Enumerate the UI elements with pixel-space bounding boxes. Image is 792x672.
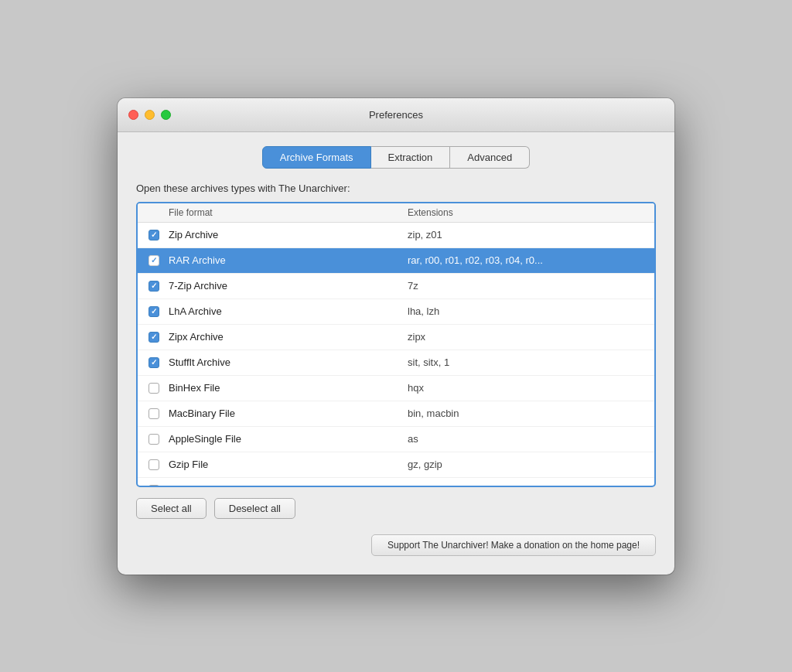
list-row[interactable]: AppleSingle Fileas	[138, 427, 654, 452]
extension-value: lha, lzh	[408, 305, 647, 317]
close-button[interactable]	[128, 110, 138, 120]
checkbox-area: ✓	[145, 227, 162, 244]
list-row[interactable]: ✓7-Zip Archive7z	[138, 274, 654, 299]
preferences-window: Preferences Archive Formats Extraction A…	[118, 98, 674, 575]
bottom-buttons: Select all Deselect all	[136, 498, 656, 519]
list-body: ✓Zip Archivezip, z01✓RAR Archiverar, r00…	[138, 223, 654, 486]
format-name: Zip Archive	[169, 229, 408, 240]
checkbox[interactable]: ✓	[148, 357, 159, 368]
list-row[interactable]: Gzip Filegz, gzip	[138, 452, 654, 478]
column-header-extensions: Extensions	[408, 207, 647, 218]
checkbox-area	[145, 380, 162, 397]
extension-value: 7z	[408, 280, 647, 292]
checkbox[interactable]: ✓	[148, 230, 159, 240]
list-row[interactable]: ✓Zip Archivezip, z01	[138, 223, 654, 248]
format-name: Gzip File	[169, 459, 408, 470]
extension-value: as	[408, 433, 647, 445]
maximize-button[interactable]	[161, 110, 171, 120]
format-name: RAR Archive	[169, 254, 408, 266]
format-name: BinHex File	[169, 382, 408, 394]
checkbox[interactable]: ✓	[148, 281, 159, 292]
checkbox-area: ✓	[145, 303, 162, 320]
extension-value: zip, z01	[408, 229, 647, 240]
format-name: LhA Archive	[169, 305, 408, 317]
tab-archive-formats[interactable]: Archive Formats	[262, 146, 371, 169]
deselect-all-button[interactable]: Deselect all	[214, 498, 295, 519]
tab-extraction[interactable]: Extraction	[371, 146, 451, 169]
format-name: AppleSingle File	[169, 433, 408, 445]
extension-value: tgz, tar-gz	[408, 484, 647, 486]
list-row[interactable]: BinHex Filehqx	[138, 376, 654, 401]
list-header: File format Extensions	[138, 203, 654, 223]
extension-value: gz, gzip	[408, 459, 647, 470]
checkmark-icon: ✓	[151, 308, 157, 316]
checkbox[interactable]	[148, 485, 159, 486]
checkbox[interactable]: ✓	[148, 255, 159, 266]
format-name: MacBinary File	[169, 408, 408, 419]
checkbox-area	[145, 456, 162, 473]
extension-value: bin, macbin	[408, 408, 647, 419]
tab-bar: Archive Formats Extraction Advanced	[136, 146, 656, 169]
checkbox[interactable]	[148, 459, 159, 470]
list-row[interactable]: ✓LhA Archivelha, lzh	[138, 299, 654, 325]
minimize-button[interactable]	[145, 110, 155, 120]
checkbox-area: ✓	[145, 252, 162, 269]
checkbox-area: ✓	[145, 329, 162, 346]
checkbox[interactable]	[148, 434, 159, 445]
format-name: StuffIt Archive	[169, 356, 408, 368]
extension-value: hqx	[408, 382, 647, 394]
select-all-button[interactable]: Select all	[136, 498, 207, 519]
list-row[interactable]: Gzip Tar Archivetgz, tar-gz	[138, 478, 654, 486]
checkbox-area	[145, 482, 162, 486]
checkbox[interactable]: ✓	[148, 332, 159, 343]
checkmark-icon: ✓	[151, 257, 157, 264]
list-row[interactable]: ✓Zipx Archivezipx	[138, 325, 654, 350]
format-name: Zipx Archive	[169, 331, 408, 343]
donation-area: Support The Unarchiver! Make a donation …	[136, 534, 656, 556]
main-content: Archive Formats Extraction Advanced Open…	[118, 132, 674, 575]
titlebar: Preferences	[118, 98, 674, 132]
checkmark-icon: ✓	[151, 359, 157, 367]
checkbox-area: ✓	[145, 354, 162, 371]
checkbox[interactable]: ✓	[148, 306, 159, 317]
checkbox[interactable]	[148, 383, 159, 394]
formats-list-container: File format Extensions ✓Zip Archivezip, …	[136, 202, 656, 487]
list-row[interactable]: ✓RAR Archiverar, r00, r01, r02, r03, r04…	[138, 248, 654, 274]
checkbox-area: ✓	[145, 278, 162, 295]
column-header-format: File format	[169, 207, 408, 218]
checkmark-icon: ✓	[151, 282, 157, 290]
extension-value: rar, r00, r01, r02, r03, r04, r0...	[408, 254, 647, 266]
checkbox[interactable]	[148, 408, 159, 419]
extension-value: zipx	[408, 331, 647, 343]
checkmark-icon: ✓	[151, 333, 157, 341]
checkbox-area	[145, 405, 162, 422]
format-name: Gzip Tar Archive	[169, 484, 408, 486]
checkmark-icon: ✓	[151, 231, 157, 239]
list-row[interactable]: ✓StuffIt Archivesit, sitx, 1	[138, 350, 654, 376]
window-title: Preferences	[369, 109, 423, 121]
list-row[interactable]: MacBinary Filebin, macbin	[138, 401, 654, 427]
format-name: 7-Zip Archive	[169, 280, 408, 292]
traffic-lights	[128, 110, 171, 120]
extension-value: sit, sitx, 1	[408, 356, 647, 368]
section-description: Open these archives types with The Unarc…	[136, 182, 656, 194]
donation-button[interactable]: Support The Unarchiver! Make a donation …	[371, 534, 656, 556]
tab-advanced[interactable]: Advanced	[450, 146, 530, 169]
checkbox-area	[145, 431, 162, 448]
